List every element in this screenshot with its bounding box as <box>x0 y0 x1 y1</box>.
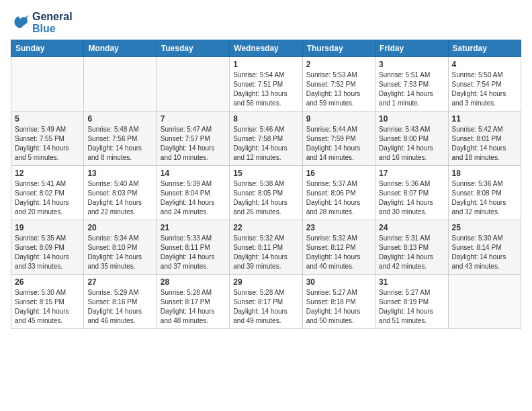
logo: General Blue <box>11 11 73 34</box>
day-number: 30 <box>306 277 371 287</box>
page-header: General Blue <box>11 11 521 34</box>
calendar-cell: 7Sunrise: 5:47 AMSunset: 7:57 PMDaylight… <box>157 111 229 166</box>
calendar-cell <box>11 57 84 111</box>
day-info: Sunrise: 5:32 AMSunset: 8:11 PMDaylight:… <box>233 234 298 271</box>
day-number: 11 <box>452 114 517 124</box>
calendar-cell: 4Sunrise: 5:50 AMSunset: 7:54 PMDaylight… <box>448 57 521 111</box>
calendar-cell: 30Sunrise: 5:27 AMSunset: 8:18 PMDayligh… <box>302 275 375 329</box>
calendar-header-row: SundayMondayTuesdayWednesdayThursdayFrid… <box>11 40 521 57</box>
day-info: Sunrise: 5:32 AMSunset: 8:12 PMDaylight:… <box>306 234 371 271</box>
day-info: Sunrise: 5:27 AMSunset: 8:18 PMDaylight:… <box>306 288 371 326</box>
calendar-cell: 24Sunrise: 5:31 AMSunset: 8:13 PMDayligh… <box>375 220 448 275</box>
weekday-header-wednesday: Wednesday <box>230 40 302 57</box>
calendar-cell: 1Sunrise: 5:54 AMSunset: 7:51 PMDaylight… <box>230 57 302 111</box>
calendar-cell: 8Sunrise: 5:46 AMSunset: 7:58 PMDaylight… <box>230 111 302 166</box>
calendar-cell: 26Sunrise: 5:30 AMSunset: 8:15 PMDayligh… <box>11 275 84 329</box>
day-info: Sunrise: 5:28 AMSunset: 8:17 PMDaylight:… <box>233 288 298 326</box>
calendar-cell: 10Sunrise: 5:43 AMSunset: 8:00 PMDayligh… <box>375 111 448 166</box>
day-info: Sunrise: 5:40 AMSunset: 8:03 PMDaylight:… <box>87 179 152 217</box>
calendar-cell: 6Sunrise: 5:48 AMSunset: 7:56 PMDaylight… <box>84 111 157 166</box>
day-number: 18 <box>452 169 517 178</box>
day-number: 14 <box>161 169 226 178</box>
weekday-header-monday: Monday <box>84 40 157 57</box>
day-info: Sunrise: 5:27 AMSunset: 8:19 PMDaylight:… <box>379 288 444 326</box>
calendar-cell: 28Sunrise: 5:28 AMSunset: 8:17 PMDayligh… <box>157 275 229 329</box>
day-info: Sunrise: 5:30 AMSunset: 8:15 PMDaylight:… <box>15 288 80 326</box>
day-number: 16 <box>306 169 371 178</box>
calendar-cell: 3Sunrise: 5:51 AMSunset: 7:53 PMDaylight… <box>375 57 448 111</box>
calendar-week-row: 26Sunrise: 5:30 AMSunset: 8:15 PMDayligh… <box>11 275 521 329</box>
day-info: Sunrise: 5:29 AMSunset: 8:16 PMDaylight:… <box>87 288 152 326</box>
day-number: 28 <box>161 277 226 287</box>
day-info: Sunrise: 5:38 AMSunset: 8:05 PMDaylight:… <box>233 179 298 217</box>
calendar-week-row: 1Sunrise: 5:54 AMSunset: 7:51 PMDaylight… <box>11 57 521 111</box>
day-info: Sunrise: 5:37 AMSunset: 8:06 PMDaylight:… <box>306 179 371 217</box>
day-number: 31 <box>379 277 444 287</box>
day-number: 26 <box>15 277 80 287</box>
calendar-cell <box>157 57 229 111</box>
day-number: 15 <box>233 169 298 178</box>
calendar-cell: 14Sunrise: 5:39 AMSunset: 8:04 PMDayligh… <box>157 166 229 220</box>
day-number: 12 <box>15 169 80 178</box>
day-info: Sunrise: 5:42 AMSunset: 8:01 PMDaylight:… <box>452 125 517 163</box>
weekday-header-thursday: Thursday <box>302 40 375 57</box>
calendar-cell: 16Sunrise: 5:37 AMSunset: 8:06 PMDayligh… <box>302 166 375 220</box>
calendar-cell: 23Sunrise: 5:32 AMSunset: 8:12 PMDayligh… <box>302 220 375 275</box>
day-number: 8 <box>233 114 298 124</box>
calendar-cell: 2Sunrise: 5:53 AMSunset: 7:52 PMDaylight… <box>302 57 375 111</box>
day-info: Sunrise: 5:34 AMSunset: 8:10 PMDaylight:… <box>87 234 152 271</box>
calendar-cell: 21Sunrise: 5:33 AMSunset: 8:11 PMDayligh… <box>157 220 229 275</box>
weekday-header-tuesday: Tuesday <box>157 40 229 57</box>
day-info: Sunrise: 5:46 AMSunset: 7:58 PMDaylight:… <box>233 125 298 163</box>
day-info: Sunrise: 5:39 AMSunset: 8:04 PMDaylight:… <box>161 179 226 217</box>
day-number: 20 <box>87 223 152 232</box>
day-number: 13 <box>87 169 152 178</box>
calendar-table: SundayMondayTuesdayWednesdayThursdayFrid… <box>11 40 521 329</box>
day-number: 29 <box>233 277 298 287</box>
weekday-header-sunday: Sunday <box>11 40 84 57</box>
day-number: 9 <box>306 114 371 124</box>
day-info: Sunrise: 5:43 AMSunset: 8:00 PMDaylight:… <box>379 125 444 163</box>
calendar-week-row: 5Sunrise: 5:49 AMSunset: 7:55 PMDaylight… <box>11 111 521 166</box>
calendar-cell: 20Sunrise: 5:34 AMSunset: 8:10 PMDayligh… <box>84 220 157 275</box>
day-number: 24 <box>379 223 444 232</box>
day-number: 27 <box>87 277 152 287</box>
day-info: Sunrise: 5:49 AMSunset: 7:55 PMDaylight:… <box>15 125 80 163</box>
day-info: Sunrise: 5:41 AMSunset: 8:02 PMDaylight:… <box>15 179 80 217</box>
calendar-cell: 13Sunrise: 5:40 AMSunset: 8:03 PMDayligh… <box>84 166 157 220</box>
weekday-header-friday: Friday <box>375 40 448 57</box>
day-number: 1 <box>233 60 298 69</box>
day-number: 19 <box>15 223 80 232</box>
day-number: 7 <box>161 114 226 124</box>
day-info: Sunrise: 5:54 AMSunset: 7:51 PMDaylight:… <box>233 71 298 108</box>
day-info: Sunrise: 5:44 AMSunset: 7:59 PMDaylight:… <box>306 125 371 163</box>
day-number: 17 <box>379 169 444 178</box>
calendar-cell: 22Sunrise: 5:32 AMSunset: 8:11 PMDayligh… <box>230 220 302 275</box>
calendar-cell: 27Sunrise: 5:29 AMSunset: 8:16 PMDayligh… <box>84 275 157 329</box>
calendar-cell: 19Sunrise: 5:35 AMSunset: 8:09 PMDayligh… <box>11 220 84 275</box>
day-info: Sunrise: 5:31 AMSunset: 8:13 PMDaylight:… <box>379 234 444 271</box>
day-number: 25 <box>452 223 517 232</box>
calendar-cell: 12Sunrise: 5:41 AMSunset: 8:02 PMDayligh… <box>11 166 84 220</box>
logo-icon <box>11 13 30 32</box>
calendar-cell: 25Sunrise: 5:30 AMSunset: 8:14 PMDayligh… <box>448 220 521 275</box>
weekday-header-saturday: Saturday <box>448 40 521 57</box>
calendar-week-row: 19Sunrise: 5:35 AMSunset: 8:09 PMDayligh… <box>11 220 521 275</box>
day-info: Sunrise: 5:47 AMSunset: 7:57 PMDaylight:… <box>161 125 226 163</box>
day-info: Sunrise: 5:28 AMSunset: 8:17 PMDaylight:… <box>161 288 226 326</box>
day-info: Sunrise: 5:50 AMSunset: 7:54 PMDaylight:… <box>452 71 517 108</box>
calendar-cell: 18Sunrise: 5:36 AMSunset: 8:08 PMDayligh… <box>448 166 521 220</box>
calendar-cell: 17Sunrise: 5:36 AMSunset: 8:07 PMDayligh… <box>375 166 448 220</box>
day-number: 22 <box>233 223 298 232</box>
day-number: 5 <box>15 114 80 124</box>
calendar-cell: 31Sunrise: 5:27 AMSunset: 8:19 PMDayligh… <box>375 275 448 329</box>
calendar-cell: 11Sunrise: 5:42 AMSunset: 8:01 PMDayligh… <box>448 111 521 166</box>
day-number: 2 <box>306 60 371 69</box>
day-number: 23 <box>306 223 371 232</box>
day-info: Sunrise: 5:51 AMSunset: 7:53 PMDaylight:… <box>379 71 444 108</box>
day-info: Sunrise: 5:35 AMSunset: 8:09 PMDaylight:… <box>15 234 80 271</box>
day-number: 21 <box>161 223 226 232</box>
day-info: Sunrise: 5:33 AMSunset: 8:11 PMDaylight:… <box>161 234 226 271</box>
logo-text: General Blue <box>32 11 73 34</box>
day-info: Sunrise: 5:30 AMSunset: 8:14 PMDaylight:… <box>452 234 517 271</box>
